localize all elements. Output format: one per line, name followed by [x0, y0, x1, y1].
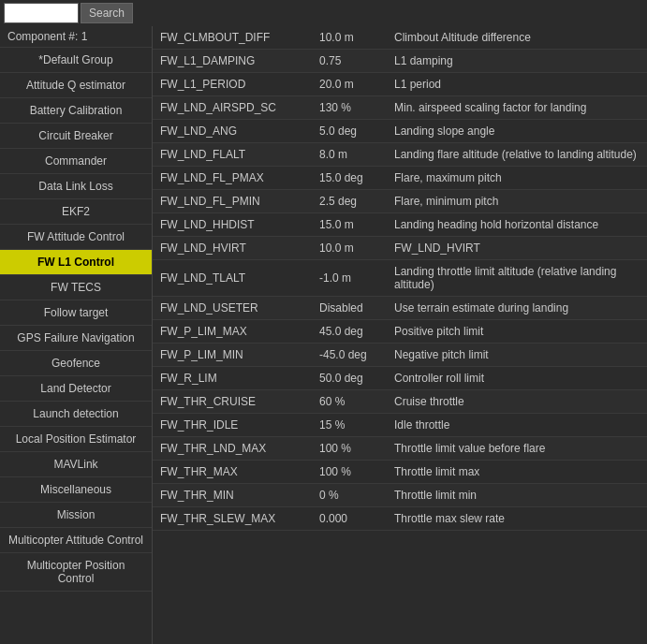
param-value[interactable]: 60 % — [312, 390, 387, 414]
param-desc: Controller roll limit — [387, 367, 647, 390]
table-row[interactable]: FW_THR_MIN0 %Throttle limit min — [153, 484, 647, 507]
sidebar-item-ekf2[interactable]: EKF2 — [0, 199, 152, 225]
sidebar-item-geofence[interactable]: Geofence — [0, 351, 152, 376]
param-desc: L1 period — [387, 73, 647, 96]
param-value[interactable]: 2.5 deg — [312, 190, 387, 213]
sidebar-item-local-position-estimator[interactable]: Local Position Estimator — [0, 427, 152, 452]
sidebar-item-multicopter-attitude-control[interactable]: Multicopter Attitude Control — [0, 528, 152, 553]
param-name: FW_LND_FL_PMIN — [153, 190, 312, 213]
param-value[interactable]: 15.0 deg — [312, 167, 387, 190]
sidebar-item-battery-calibration[interactable]: Battery Calibration — [0, 98, 152, 124]
param-name: FW_P_LIM_MIN — [153, 344, 312, 367]
param-desc: Throttle max slew rate — [387, 507, 647, 531]
table-row[interactable]: FW_L1_DAMPING0.75L1 damping — [153, 50, 647, 73]
param-value[interactable]: 5.0 deg — [312, 120, 387, 143]
param-name: FW_THR_IDLE — [153, 414, 312, 437]
param-desc: Idle throttle — [387, 414, 647, 437]
param-value[interactable]: 15 % — [312, 414, 387, 437]
param-name: FW_LND_HHDIST — [153, 213, 312, 237]
param-name: FW_LND_HVIRT — [153, 237, 312, 260]
sidebar-item-multicopter-position-control[interactable]: Multicopter Position Control — [0, 553, 152, 592]
param-desc: Landing heading hold horizontal distance — [387, 213, 647, 237]
sidebar-item-attitude-q-estimator[interactable]: Attitude Q estimator — [0, 73, 152, 98]
table-row[interactable]: FW_THR_IDLE15 %Idle throttle — [153, 414, 647, 437]
sidebar: Component #: 1 *Default GroupAttitude Q … — [0, 26, 153, 644]
sidebar-item-miscellaneous[interactable]: Miscellaneous — [0, 477, 152, 503]
param-value[interactable]: 100 % — [312, 461, 387, 484]
content-area: FW_CLMBOUT_DIFF10.0 mClimbout Altitude d… — [153, 26, 647, 644]
param-value[interactable]: -45.0 deg — [312, 344, 387, 367]
table-row[interactable]: FW_P_LIM_MIN-45.0 degNegative pitch limi… — [153, 344, 647, 367]
sidebar-item-fw-tecs[interactable]: FW TECS — [0, 275, 152, 300]
param-value[interactable]: 10.0 m — [312, 237, 387, 260]
param-name: FW_THR_LND_MAX — [153, 437, 312, 461]
param-desc: Flare, maximum pitch — [387, 167, 647, 190]
param-name: FW_LND_AIRSPD_SC — [153, 96, 312, 120]
sidebar-item-fw-l1-control[interactable]: FW L1 Control — [0, 250, 152, 275]
param-value[interactable]: 0.000 — [312, 507, 387, 531]
sidebar-item-data-link-loss[interactable]: Data Link Loss — [0, 174, 152, 199]
param-desc: Min. airspeed scaling factor for landing — [387, 96, 647, 120]
param-name: FW_LND_FLALT — [153, 143, 312, 167]
param-value[interactable]: 45.0 deg — [312, 320, 387, 344]
param-value[interactable]: 0.75 — [312, 50, 387, 73]
param-name: FW_THR_SLEW_MAX — [153, 507, 312, 531]
sidebar-item-mission[interactable]: Mission — [0, 503, 152, 528]
sidebar-item-gps-failure-navigation[interactable]: GPS Failure Navigation — [0, 326, 152, 351]
param-desc: FW_LND_HVIRT — [387, 237, 647, 260]
param-name: FW_THR_MIN — [153, 484, 312, 507]
sidebar-item-follow-target[interactable]: Follow target — [0, 300, 152, 326]
table-row[interactable]: FW_LND_USETERDisabledUse terrain estimat… — [153, 297, 647, 320]
table-row[interactable]: FW_LND_ANG5.0 degLanding slope angle — [153, 120, 647, 143]
search-input[interactable] — [4, 3, 79, 23]
param-name: FW_P_LIM_MAX — [153, 320, 312, 344]
header: Search — [0, 0, 647, 26]
param-name: FW_LND_USETER — [153, 297, 312, 320]
table-row[interactable]: FW_LND_FL_PMIN2.5 degFlare, minimum pitc… — [153, 190, 647, 213]
param-value[interactable]: 100 % — [312, 437, 387, 461]
param-desc: L1 damping — [387, 50, 647, 73]
sidebar-item-commander[interactable]: Commander — [0, 149, 152, 174]
table-row[interactable]: FW_LND_FL_PMAX15.0 degFlare, maximum pit… — [153, 167, 647, 190]
search-button[interactable]: Search — [81, 3, 133, 23]
param-value[interactable]: 15.0 m — [312, 213, 387, 237]
param-table: FW_CLMBOUT_DIFF10.0 mClimbout Altitude d… — [153, 26, 647, 531]
table-row[interactable]: FW_R_LIM50.0 degController roll limit — [153, 367, 647, 390]
table-row[interactable]: FW_LND_AIRSPD_SC130 %Min. airspeed scali… — [153, 96, 647, 120]
param-value[interactable]: 50.0 deg — [312, 367, 387, 390]
param-name: FW_LND_ANG — [153, 120, 312, 143]
param-value[interactable]: 20.0 m — [312, 73, 387, 96]
sidebar-item-launch-detection[interactable]: Launch detection — [0, 402, 152, 427]
param-name: FW_L1_DAMPING — [153, 50, 312, 73]
table-row[interactable]: FW_THR_SLEW_MAX0.000Throttle max slew ra… — [153, 507, 647, 531]
param-value[interactable]: 10.0 m — [312, 26, 387, 50]
table-row[interactable]: FW_LND_HHDIST15.0 mLanding heading hold … — [153, 213, 647, 237]
sidebar-item-mavlink[interactable]: MAVLink — [0, 452, 152, 477]
param-desc: Throttle limit max — [387, 461, 647, 484]
param-desc: Throttle limit value before flare — [387, 437, 647, 461]
param-desc: Cruise throttle — [387, 390, 647, 414]
sidebar-item-default-group[interactable]: *Default Group — [0, 48, 152, 73]
sidebar-item-fw-attitude-control[interactable]: FW Attitude Control — [0, 225, 152, 250]
table-row[interactable]: FW_LND_TLALT-1.0 mLanding throttle limit… — [153, 260, 647, 297]
param-desc: Landing flare altitude (relative to land… — [387, 143, 647, 167]
param-value[interactable]: 130 % — [312, 96, 387, 120]
param-value[interactable]: 0 % — [312, 484, 387, 507]
param-value[interactable]: 8.0 m — [312, 143, 387, 167]
table-row[interactable]: FW_THR_CRUISE60 %Cruise throttle — [153, 390, 647, 414]
param-desc: Throttle limit min — [387, 484, 647, 507]
param-desc: Landing throttle limit altitude (relativ… — [387, 260, 647, 297]
sidebar-item-land-detector[interactable]: Land Detector — [0, 376, 152, 402]
table-row[interactable]: FW_THR_MAX100 %Throttle limit max — [153, 461, 647, 484]
table-row[interactable]: FW_P_LIM_MAX45.0 degPositive pitch limit — [153, 320, 647, 344]
param-desc: Climbout Altitude difference — [387, 26, 647, 50]
table-row[interactable]: FW_LND_FLALT8.0 mLanding flare altitude … — [153, 143, 647, 167]
table-row[interactable]: FW_LND_HVIRT10.0 mFW_LND_HVIRT — [153, 237, 647, 260]
sidebar-item-circuit-breaker[interactable]: Circuit Breaker — [0, 124, 152, 149]
param-desc: Flare, minimum pitch — [387, 190, 647, 213]
table-row[interactable]: FW_L1_PERIOD20.0 mL1 period — [153, 73, 647, 96]
param-value[interactable]: -1.0 m — [312, 260, 387, 297]
table-row[interactable]: FW_CLMBOUT_DIFF10.0 mClimbout Altitude d… — [153, 26, 647, 50]
param-value[interactable]: Disabled — [312, 297, 387, 320]
table-row[interactable]: FW_THR_LND_MAX100 %Throttle limit value … — [153, 437, 647, 461]
